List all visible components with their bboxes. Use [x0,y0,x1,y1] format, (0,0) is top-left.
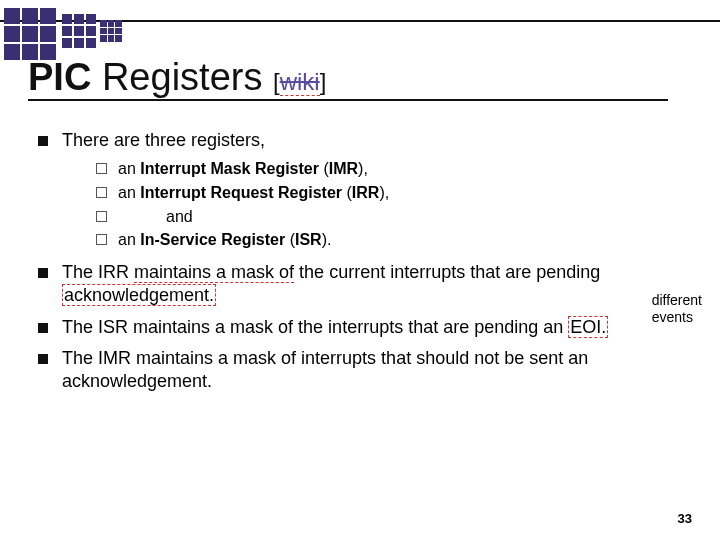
page-number: 33 [678,511,692,526]
title-bold: PIC [28,56,91,98]
sub-3: an In-Service Register (ISR). [96,229,692,251]
bullet-1-text: There are three registers, [62,130,265,150]
title-underline [28,99,668,101]
note-line-2: events [652,309,702,326]
margin-note: different events [652,292,702,326]
bullet-list: There are three registers, an Interrupt … [38,129,692,394]
bullet-4: The IMR maintains a mask of interrupts t… [38,347,692,394]
bullet-1: There are three registers, an Interrupt … [38,129,692,251]
wiki-ref: [wiki] [273,68,326,96]
bullet-2: The IRR maintains a mask of the current … [38,261,692,308]
note-line-1: different [652,292,702,309]
annot-maintains: maintains a mask of [134,262,294,283]
sub-1: an Interrupt Mask Register (IMR), [96,158,692,180]
sub-and: and [96,206,692,228]
wiki-link[interactable]: wiki [280,68,320,96]
annot-ack: acknowledgement. [62,284,216,306]
title-rest: Registers [91,56,273,98]
sub-list: an Interrupt Mask Register (IMR), an Int… [96,158,692,250]
sub-2: an Interrupt Request Register (IRR), [96,182,692,204]
slide-title: PIC Registers [wiki] [28,56,692,99]
bullet-3: The ISR maintains a mask of the interrup… [38,316,692,339]
annot-eoi: EOI. [568,316,608,338]
